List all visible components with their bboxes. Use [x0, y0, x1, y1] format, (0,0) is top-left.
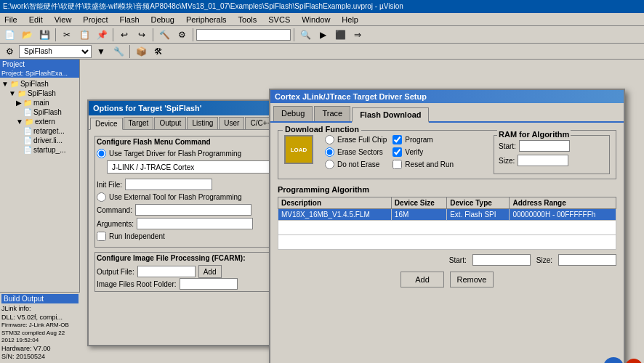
tab-listing[interactable]: Listing [187, 117, 218, 129]
menu-debug[interactable]: Debug [148, 15, 177, 25]
add-btn[interactable]: Add [198, 265, 222, 278]
row-device-type: Ext. Flash SPI [447, 209, 510, 221]
check-verify: Verify [393, 147, 454, 157]
debug-btn[interactable]: ▶ [315, 28, 331, 42]
tree-indent4: 📄 retarget... 📄 driver.li... 📄 startup_.… [16, 126, 78, 155]
tab-user[interactable]: User [219, 117, 244, 129]
command-label: Command: [97, 206, 132, 214]
menu-svcs[interactable]: SVCS [265, 15, 293, 25]
paste-btn[interactable]: 📌 [94, 28, 110, 42]
run-independent-check[interactable] [97, 232, 106, 241]
menu-project[interactable]: Project [80, 15, 110, 25]
radio-no-erase[interactable] [325, 160, 334, 169]
tree-label: SpiFlash [20, 80, 49, 88]
rebuild-btn[interactable]: ⚙ [174, 28, 190, 42]
ram-size-input[interactable]: 0x6000 [518, 155, 568, 166]
menu-bar: File Edit View Project Flash Debug Perip… [0, 13, 644, 26]
tree-indent2: ▶ 📁 main 📄 SpiFlash ▼ 📁 extern [9, 98, 78, 155]
ram-start-input[interactable]: 0x20000000 [519, 140, 570, 152]
file-icon3: 📄 [23, 136, 32, 144]
build-line-1: DLL: V5.02f, compi... [1, 314, 79, 322]
table-row[interactable]: MV18X_16MB_V1.4.5.FLM 16M Ext. Flash SPI… [278, 209, 616, 221]
menu-file[interactable]: File [1, 15, 20, 25]
verify-check[interactable] [393, 147, 402, 157]
target-select-btn[interactable]: ▼ [93, 44, 109, 59]
build-btn[interactable]: 🔨 [156, 28, 172, 42]
tree-spiflash-file[interactable]: 📄 SpiFlash [23, 107, 78, 117]
tab-target[interactable]: Target [124, 117, 154, 129]
root-label: Image Files Root Folder: [97, 280, 177, 288]
manage-btn[interactable]: 🔧 [110, 44, 126, 59]
no-erase-label: Do not Erase [337, 160, 379, 168]
tree-main[interactable]: ▶ 📁 main [16, 98, 78, 107]
ram-col: RAM for Algorithm Start: 0x20000000 Size… [494, 135, 610, 174]
row-description: MV18X_16MB_V1.4.5.FLM [278, 209, 392, 221]
copy-btn[interactable]: 📋 [76, 28, 92, 42]
expand-icon3: ▶ [16, 99, 22, 107]
tree-driver[interactable]: 📄 driver.li... [23, 136, 78, 145]
jlink-remove-btn[interactable]: Remove [450, 272, 494, 287]
tree-retarget[interactable]: 📄 retarget... [23, 126, 78, 136]
new-file-btn[interactable]: 📄 [1, 28, 17, 42]
tab-device[interactable]: Device [90, 118, 123, 130]
radio-erase-full[interactable] [325, 135, 334, 144]
start-size-row: Start: 0x00000000 Size: 0x01000000 [278, 254, 616, 266]
prog-start-input[interactable]: 0x00000000 [472, 254, 531, 266]
project-dropdown[interactable]: SpiFlash [19, 45, 92, 58]
build-line-0: JLink info: [1, 305, 79, 314]
tree-spiflash-root[interactable]: ▼ 📁 SpiFlash [1, 79, 78, 89]
download-function-box: Download Function LOAD Erase Full Chip [278, 130, 616, 179]
save-btn[interactable]: 💾 [36, 28, 52, 42]
search-btn[interactable]: 🔍 [297, 28, 313, 42]
jlink-tab-debug[interactable]: Debug [273, 106, 313, 121]
step-btn[interactable]: ⇒ [350, 28, 366, 42]
col-device-type: Device Type [447, 197, 510, 209]
menu-view[interactable]: View [52, 15, 75, 25]
int-file-input[interactable]: .\MVs18_download.ini [125, 179, 212, 190]
radio-target-driver[interactable] [97, 149, 106, 158]
reset-check[interactable] [393, 160, 402, 169]
command-input[interactable] [135, 204, 251, 216]
tree-extern[interactable]: ▼ 📁 extern [16, 117, 78, 126]
menu-peripherals[interactable]: Peripherals [183, 15, 230, 25]
expand-icon: ▼ [1, 80, 9, 88]
options-btn[interactable]: 🛠 [150, 44, 166, 59]
tree-indent1: ▼ 📁 SpiFlash ▶ 📁 main 📄 SpiFlash [1, 89, 78, 155]
pack-btn[interactable]: 📦 [133, 44, 149, 59]
df-radio-col: Erase Full Chip Erase Sectors Do not Era… [325, 135, 387, 169]
menu-tools[interactable]: Tools [236, 15, 260, 25]
cut-btn[interactable]: ✂ [59, 28, 75, 42]
project-label[interactable]: Project: SpiFlashExa... [0, 69, 79, 78]
download-two-col: LOAD Erase Full Chip Erase Sectors [284, 135, 610, 174]
args-input[interactable] [137, 218, 253, 229]
stop-btn[interactable]: ⬛ [332, 28, 348, 42]
jlink-titlebar: Cortex JLink/JTrace Target Driver Setup [270, 90, 624, 103]
jlink-tab-flashdownload[interactable]: Flash Download [352, 107, 429, 123]
prog-table-header: Description Device Size Device Type Addr… [278, 197, 616, 209]
jlink-tab-trace[interactable]: Trace [314, 106, 350, 121]
target-option-btn[interactable]: ⚙ [1, 44, 17, 59]
tree-spiflash-1[interactable]: ▼ 📁 SpiFlash [9, 89, 78, 98]
menu-window[interactable]: Window [299, 15, 333, 25]
df-check-col: Program Verify Reset and Run [393, 135, 454, 169]
menu-flash[interactable]: Flash [117, 15, 142, 25]
tree-startup[interactable]: 📄 startup_... [23, 145, 78, 155]
prog-size-input[interactable]: 0x01000000 [558, 254, 616, 266]
ram-size-row: Size: 0x6000 [499, 155, 605, 166]
open-btn[interactable]: 📂 [19, 28, 35, 42]
output-input[interactable]: main [137, 266, 196, 277]
status-input[interactable]: gsUserAsrStatus = 0; [196, 29, 291, 41]
tab-output[interactable]: Output [154, 117, 186, 129]
undo-btn[interactable]: ↩ [116, 28, 132, 42]
tree-label2: SpiFlash [28, 89, 56, 97]
radio-erase-sectors[interactable] [325, 147, 334, 157]
menu-help[interactable]: Help [339, 15, 361, 25]
menu-edit[interactable]: Edit [26, 15, 46, 25]
root-input[interactable] [180, 278, 238, 290]
program-check[interactable] [393, 135, 402, 144]
sep6 [129, 45, 130, 58]
empty-row2 [278, 235, 616, 250]
redo-btn[interactable]: ↪ [134, 28, 150, 42]
jlink-add-btn[interactable]: Add [401, 272, 444, 287]
radio-external-tool[interactable] [97, 192, 106, 202]
